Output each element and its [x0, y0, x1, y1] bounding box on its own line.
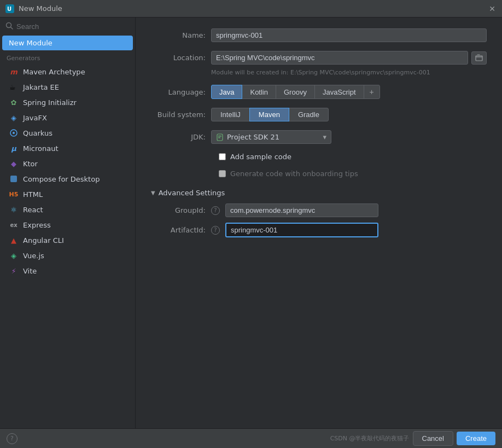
sidebar-item-compose-desktop[interactable]: Compose for Desktop — [2, 171, 133, 187]
sidebar-item-label: Vue.js — [23, 252, 44, 260]
sidebar-item-label: Vite — [23, 267, 37, 275]
groupid-help-icon[interactable]: ? — [211, 206, 220, 215]
advanced-header[interactable]: ▼ Advanced Settings — [151, 189, 487, 197]
sidebar-item-label: Spring Initializr — [23, 98, 77, 107]
sidebar-item-vuejs[interactable]: ◈ Vue.js — [2, 248, 133, 263]
svg-rect-10 — [218, 136, 221, 137]
sample-code-checkbox[interactable] — [219, 153, 226, 160]
express-icon: ex — [9, 220, 19, 230]
language-kotlin-button[interactable]: Kotlin — [242, 85, 276, 99]
svg-rect-8 — [476, 56, 482, 61]
jdk-dropdown-arrow: ▾ — [323, 133, 326, 141]
jdk-label: JDK: — [151, 133, 206, 141]
groupid-label: GroupId: — [151, 206, 206, 214]
onboarding-label[interactable]: Generate code with onboarding tips — [230, 170, 358, 178]
sidebar-item-label: JavaFX — [23, 114, 47, 122]
onboarding-row: Generate code with onboarding tips — [151, 170, 487, 178]
onboarding-checkbox[interactable] — [219, 170, 226, 177]
build-maven-button[interactable]: Maven — [249, 108, 289, 121]
artifactid-input[interactable] — [225, 223, 378, 237]
jakarta-icon: ☕ — [9, 82, 19, 92]
svg-text:☕: ☕ — [9, 83, 16, 91]
svg-rect-11 — [218, 137, 220, 138]
sidebar-item-spring-initializr[interactable]: ✿ Spring Initializr — [2, 95, 133, 110]
sidebar-search-area — [0, 18, 135, 36]
sample-code-row: Add sample code — [151, 153, 487, 161]
sample-code-label[interactable]: Add sample code — [230, 153, 291, 161]
sidebar-item-micronaut[interactable]: μ Micronaut — [2, 141, 133, 156]
sidebar: New Module Generators m Maven Archetype … — [0, 18, 136, 428]
jdk-row: JDK: Project SDK 21 ▾ — [151, 130, 487, 144]
new-module-selected-item[interactable]: New Module — [2, 36, 133, 50]
build-intellij-button[interactable]: IntelliJ — [211, 108, 250, 121]
content-panel: Name: Location: Module will be created i… — [136, 18, 502, 428]
sidebar-item-vite[interactable]: ⚡ Vite — [2, 263, 133, 278]
language-java-button[interactable]: Java — [211, 85, 242, 99]
build-system-row: Build system: IntelliJ Maven Gradle — [151, 108, 487, 121]
search-icon — [5, 22, 13, 31]
artifactid-row: ArtifactId: ? — [151, 223, 487, 237]
bottom-bar: ? CSDN @半夜敲代码的夜猫子 Cancel Create — [0, 428, 502, 448]
watermark: CSDN @半夜敲代码的夜猫子 — [330, 434, 410, 443]
sidebar-item-ktor[interactable]: ◆ Ktor — [2, 156, 133, 171]
sidebar-item-label: Jakarta EE — [23, 83, 59, 91]
browse-button[interactable] — [471, 51, 487, 65]
sidebar-item-react[interactable]: ⚛ React — [2, 202, 133, 217]
maven-icon: m — [9, 67, 19, 77]
name-label: Name: — [151, 31, 206, 39]
location-field-row — [211, 51, 487, 65]
location-label: Location: — [151, 54, 206, 62]
sidebar-item-label: Maven Archetype — [23, 68, 85, 76]
sidebar-item-jakarta-ee[interactable]: ☕ Jakarta EE — [2, 79, 133, 95]
artifactid-help-icon[interactable]: ? — [211, 226, 220, 235]
ktor-icon: ◆ — [9, 159, 19, 168]
create-button[interactable]: Create — [457, 432, 495, 445]
sample-code-checkbox-row: Add sample code — [219, 153, 291, 161]
svg-point-6 — [13, 132, 15, 134]
sidebar-item-html[interactable]: H5 HTML — [2, 187, 133, 202]
sidebar-item-quarkus[interactable]: Quarkus — [2, 125, 133, 141]
sidebar-item-label: Compose for Desktop — [23, 175, 100, 183]
language-add-button[interactable]: + — [364, 85, 380, 99]
language-javascript-button[interactable]: JavaScript — [314, 85, 364, 99]
location-input[interactable] — [211, 51, 468, 65]
sidebar-item-angular-cli[interactable]: ▲ Angular CLI — [2, 232, 133, 248]
sidebar-item-label: Ktor — [23, 160, 38, 168]
svg-line-3 — [11, 27, 13, 30]
close-button[interactable]: ✕ — [488, 4, 497, 13]
search-input[interactable] — [16, 22, 130, 31]
sidebar-item-express[interactable]: ex Express — [2, 217, 133, 232]
jdk-icon — [216, 133, 224, 141]
build-system-buttons: IntelliJ Maven Gradle — [211, 108, 328, 121]
react-icon: ⚛ — [9, 205, 19, 214]
quarkus-icon — [9, 128, 19, 138]
cancel-button[interactable]: Cancel — [413, 431, 453, 446]
groupid-input[interactable] — [225, 203, 378, 217]
name-input[interactable] — [211, 28, 487, 42]
bottom-right: CSDN @半夜敲代码的夜猫子 Cancel Create — [330, 431, 495, 446]
language-buttons: Java Kotlin Groovy JavaScript + — [211, 85, 487, 99]
advanced-chevron-icon: ▼ — [151, 190, 155, 196]
jdk-dropdown[interactable]: Project SDK 21 ▾ — [211, 130, 331, 144]
vuejs-icon: ◈ — [9, 251, 19, 260]
sidebar-item-label: Micronaut — [23, 144, 59, 153]
language-groovy-button[interactable]: Groovy — [276, 85, 315, 99]
jdk-value: Project SDK 21 — [227, 133, 279, 141]
onboarding-checkbox-row: Generate code with onboarding tips — [219, 170, 358, 178]
sidebar-item-maven-archetype[interactable]: m Maven Archetype — [2, 64, 133, 79]
build-gradle-button[interactable]: Gradle — [289, 108, 329, 121]
title-bar-text: New Module — [19, 4, 488, 13]
angular-icon: ▲ — [9, 235, 19, 245]
sidebar-item-javafx[interactable]: ◈ JavaFX — [2, 110, 133, 125]
html-icon: H5 — [9, 189, 19, 199]
sidebar-item-label: React — [23, 206, 43, 214]
build-system-label: Build system: — [151, 110, 206, 119]
javafx-icon: ◈ — [9, 113, 19, 123]
sidebar-item-label: Quarkus — [23, 129, 52, 137]
help-button[interactable]: ? — [7, 433, 17, 444]
language-label: Language: — [151, 88, 206, 96]
sidebar-item-label: Express — [23, 221, 51, 229]
main-layout: New Module Generators m Maven Archetype … — [0, 18, 502, 428]
spring-icon: ✿ — [9, 97, 19, 107]
app-icon: U — [5, 4, 14, 13]
